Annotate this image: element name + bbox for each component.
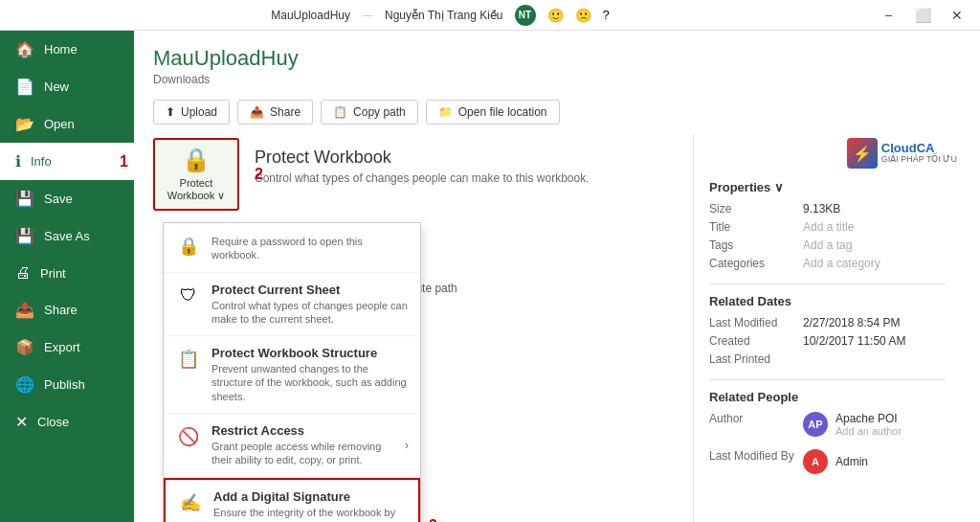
sheet-icon: 🛡 [175, 283, 202, 309]
sidebar-label-save-as: Save As [44, 229, 90, 243]
related-dates-title: Related Dates [709, 294, 946, 308]
page-subtitle: Downloads [153, 73, 961, 86]
lock-icon: 🔒 [182, 147, 211, 173]
sidebar-label-publish: Publish [44, 377, 85, 392]
prop-row-last-modified: Last Modified 2/27/2018 8:54 PM [709, 316, 946, 329]
open-icon: 📂 [15, 115, 34, 133]
dropdown-item-current-sheet[interactable]: 🛡 Protect Current Sheet Control what typ… [164, 273, 420, 337]
protect-workbook-button[interactable]: 🔒 ProtectWorkbook ∨ [153, 138, 239, 211]
sidebar-item-open[interactable]: 📂 Open [0, 105, 134, 143]
dropdown-item-title-sheet: Protect Current Sheet [212, 283, 409, 297]
close-window-button[interactable]: ✕ [942, 2, 972, 29]
sidebar-label-new: New [44, 79, 69, 94]
toolbar: ⬆ Upload 📤 Share 📋 Copy path 📁 Open file… [134, 94, 980, 134]
prop-label-created: Created [709, 334, 795, 348]
app-layout: 🏠 Home 📄 New 📂 Open ℹ Info 1 💾 Save 💾 Sa… [0, 31, 980, 522]
prop-label-tags: Tags [709, 238, 795, 252]
sidebar-item-info[interactable]: ℹ Info 1 [0, 143, 134, 180]
help-icon[interactable]: ? [603, 8, 610, 22]
author-avatar: AP [803, 412, 828, 437]
related-people-title: Related People [709, 390, 946, 404]
cloud-logo: ⚡ CloudCA GIẢI PHÁP TỐI ƯU [843, 134, 961, 172]
restrict-arrow-icon: › [405, 439, 409, 452]
folder-icon: 📁 [438, 105, 453, 119]
sidebar-item-publish[interactable]: 🌐 Publish [0, 366, 134, 403]
protect-dropdown: 🔒 Require a password to open this workbo… [163, 222, 421, 522]
properties-title-label: Properties ∨ [709, 180, 784, 194]
sidebar-label-export: Export [44, 340, 80, 354]
upload-button[interactable]: ⬆ Upload [153, 100, 230, 125]
minimize-button[interactable]: − [873, 2, 903, 29]
page-title: MauUploadHuy [153, 46, 961, 71]
maximize-button[interactable]: ⬜ [907, 2, 938, 29]
sidebar-item-close[interactable]: ✕ Close [0, 403, 134, 441]
author-row: AP Apache POI Add an author [803, 412, 902, 437]
copy-path-button[interactable]: 📋 Copy path [321, 100, 418, 125]
protect-section: 🔒 ProtectWorkbook ∨ 2 Protect Workbook C… [153, 138, 674, 211]
author-person-info: Apache POI Add an author [835, 412, 902, 437]
sidebar-item-export[interactable]: 📦 Export [0, 329, 134, 366]
last-modified-by-row: A Admin [803, 449, 868, 474]
share-button[interactable]: 📤 Share [237, 100, 313, 125]
restrict-icon: 🚫 [175, 423, 202, 450]
sidebar-item-save[interactable]: 💾 Save [0, 180, 134, 217]
user-initials: NT [519, 10, 531, 20]
prop-row-last-printed: Last Printed [709, 352, 946, 366]
prop-row-tags: Tags Add a tag [709, 238, 946, 252]
dropdown-item-password[interactable]: 🔒 Require a password to open this workbo… [164, 223, 420, 273]
properties-title: Properties ∨ [709, 180, 946, 194]
divider-2 [709, 379, 946, 380]
author-sub[interactable]: Add an author [835, 425, 902, 437]
open-file-location-label: Open file location [458, 105, 547, 119]
dropdown-item-signature[interactable]: ✍ Add a Digital Signature Ensure the int… [164, 478, 420, 522]
prop-value-size: 9.13KB [803, 202, 840, 216]
open-file-location-button[interactable]: 📁 Open file location [426, 100, 560, 125]
prop-value-created: 10/2/2017 11:50 AM [803, 334, 905, 348]
smile-icon[interactable]: 🙂 [547, 8, 564, 23]
sidebar-label-print: Print [40, 266, 66, 281]
dropdown-item-text-restrict: Restrict Access Grant people access whil… [212, 423, 395, 467]
sidebar-item-new[interactable]: 📄 New [0, 68, 134, 105]
dropdown-item-restrict[interactable]: 🚫 Restrict Access Grant people access wh… [164, 414, 420, 478]
prop-label-categories: Categories [709, 257, 795, 270]
titlebar-separator: — [362, 9, 373, 22]
prop-row-title: Title Add a title [709, 220, 946, 234]
info-icon: ℹ [15, 152, 21, 170]
close-sidebar-icon: ✕ [15, 413, 28, 431]
prop-value-tags[interactable]: Add a tag [803, 238, 852, 252]
titlebar: MauUploadHuy — Nguyễn Thị Trang Kiều NT … [0, 0, 980, 31]
divider-1 [709, 284, 946, 284]
prop-value-title[interactable]: Add a title [803, 220, 854, 234]
dropdown-item-desc-sheet: Control what types of changes people can… [212, 299, 409, 327]
save-as-icon: 💾 [15, 227, 34, 245]
sidebar-label-share: Share [44, 303, 78, 317]
prop-value-categories[interactable]: Add a category [803, 257, 880, 270]
upload-label: Upload [181, 105, 217, 119]
sidebar-label-home: Home [44, 42, 78, 57]
print-icon: 🖨 [15, 264, 31, 282]
dropdown-item-text-structure: Protect Workbook Structure Prevent unwan… [212, 346, 409, 403]
home-icon: 🏠 [15, 40, 34, 58]
related-dates-section: Related Dates Last Modified 2/27/2018 8:… [709, 294, 946, 366]
upload-icon: ⬆ [166, 105, 175, 119]
dropdown-item-desc-signature: Ensure the integrity of the workbook by … [213, 506, 407, 522]
content-area: MauUploadHuy Downloads ⬆ Upload 📤 Share … [134, 31, 980, 522]
sidebar-item-share[interactable]: 📤 Share [0, 291, 134, 329]
publish-icon: 🌐 [15, 375, 34, 394]
copy-path-label: Copy path [353, 105, 406, 119]
share-label: Share [270, 105, 301, 119]
properties-section: Properties ∨ Size 9.13KB Title Add a tit… [709, 180, 946, 270]
share-toolbar-icon: 📤 [250, 105, 264, 119]
dropdown-item-desc-password: Require a password to open this workbook… [212, 235, 409, 262]
dropdown-item-title-structure: Protect Workbook Structure [212, 346, 409, 360]
content-header: MauUploadHuy Downloads [134, 31, 980, 94]
last-modified-person-info: Admin [835, 455, 868, 468]
frown-icon[interactable]: 🙁 [575, 8, 591, 23]
sidebar-item-print[interactable]: 🖨 Print [0, 255, 134, 291]
dropdown-item-structure[interactable]: 📋 Protect Workbook Structure Prevent unw… [164, 336, 420, 414]
sidebar-item-save-as[interactable]: 💾 Save As [0, 217, 134, 255]
sidebar-item-home[interactable]: 🏠 Home [0, 31, 134, 68]
dropdown-item-text-password: Require a password to open this workbook… [212, 233, 409, 262]
share-icon: 📤 [15, 301, 34, 319]
sidebar: 🏠 Home 📄 New 📂 Open ℹ Info 1 💾 Save 💾 Sa… [0, 31, 134, 522]
